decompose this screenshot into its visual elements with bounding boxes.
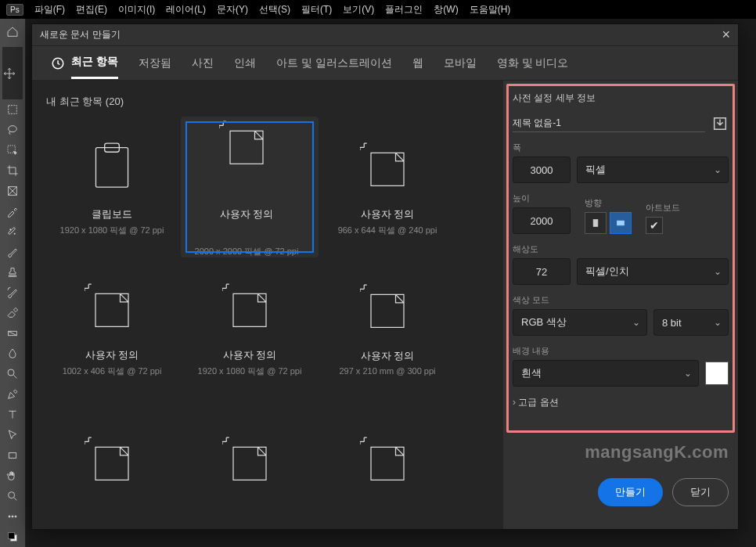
artboard-label: 아트보드 bbox=[646, 202, 680, 214]
lasso-tool[interactable] bbox=[2, 120, 23, 140]
menu-layer[interactable]: 레이어(L) bbox=[166, 3, 206, 16]
dodge-tool[interactable] bbox=[2, 364, 23, 384]
dialog-title: 새로운 문서 만들기 bbox=[40, 28, 121, 41]
preset-card[interactable]: 사용자 정의297 x 210 mm @ 300 ppi bbox=[319, 257, 456, 398]
preset-name: 사용자 정의 bbox=[361, 207, 415, 221]
orientation-landscape[interactable] bbox=[610, 212, 632, 234]
brush-tool[interactable] bbox=[2, 242, 23, 262]
preset-meta: 1002 x 406 픽셀 @ 72 ppi bbox=[63, 365, 162, 377]
preset-meta: 1920 x 1080 픽셀 @ 72 ppi bbox=[198, 365, 302, 377]
svg-point-13 bbox=[15, 516, 16, 517]
menu-window[interactable]: 창(W) bbox=[434, 3, 458, 16]
svg-point-1 bbox=[9, 126, 17, 132]
hand-tool[interactable] bbox=[2, 466, 23, 486]
background-swatch[interactable] bbox=[705, 362, 729, 385]
preset-card[interactable]: 사용자 정의1920 x 1080 픽셀 @ 72 ppi bbox=[181, 257, 319, 398]
menu-view[interactable]: 보기(V) bbox=[343, 3, 374, 16]
artboard-checkbox[interactable]: ✔ bbox=[646, 217, 663, 234]
menu-filter[interactable]: 필터(T) bbox=[301, 3, 332, 16]
gradient-tool[interactable] bbox=[2, 323, 23, 344]
background-label: 배경 내용 bbox=[513, 345, 729, 357]
orientation-label: 방향 bbox=[585, 197, 632, 209]
preset-card[interactable]: 사용자 정의2000 x 2000 픽셀 @ 72 ppi bbox=[181, 117, 319, 257]
chevron-down-icon: ⌄ bbox=[714, 164, 722, 175]
document-icon bbox=[219, 117, 274, 171]
menu-edit[interactable]: 편집(E) bbox=[76, 3, 107, 16]
eyedropper-tool[interactable] bbox=[2, 201, 23, 221]
app-logo: Ps bbox=[6, 4, 23, 16]
document-icon bbox=[360, 139, 415, 193]
menu-plugin[interactable]: 플러그인 bbox=[385, 3, 423, 16]
shape-tool[interactable] bbox=[2, 445, 23, 466]
height-label: 높이 bbox=[513, 193, 571, 204]
pen-tool[interactable] bbox=[2, 384, 23, 405]
color-mode-select[interactable]: RGB 색상⌄ bbox=[513, 309, 647, 336]
preset-card[interactable] bbox=[43, 398, 181, 529]
close-button[interactable]: 닫기 bbox=[672, 478, 729, 506]
background-select[interactable]: 흰색⌄ bbox=[513, 360, 699, 387]
eraser-tool[interactable] bbox=[2, 303, 23, 323]
create-button[interactable]: 만들기 bbox=[598, 478, 663, 506]
chevron-down-icon: ⌄ bbox=[714, 266, 722, 277]
more-tool[interactable] bbox=[2, 506, 23, 527]
menu-image[interactable]: 이미지(I) bbox=[118, 3, 155, 16]
menu-file[interactable]: 파일(F) bbox=[34, 3, 65, 16]
save-preset-icon[interactable] bbox=[711, 115, 729, 132]
crop-tool[interactable] bbox=[2, 160, 23, 181]
home-icon[interactable] bbox=[2, 22, 23, 42]
svg-rect-21 bbox=[95, 293, 128, 326]
heal-tool[interactable] bbox=[2, 221, 23, 242]
marquee-tool[interactable] bbox=[2, 99, 23, 120]
tool-column bbox=[0, 19, 26, 547]
svg-rect-29 bbox=[617, 221, 624, 225]
document-name-field[interactable] bbox=[513, 114, 705, 132]
tab-print[interactable]: 인쇄 bbox=[234, 49, 256, 78]
preset-meta: 2000 x 2000 픽셀 @ 72 ppi bbox=[195, 246, 299, 257]
type-tool[interactable] bbox=[2, 405, 23, 425]
svg-rect-26 bbox=[371, 447, 404, 480]
svg-rect-17 bbox=[95, 147, 128, 186]
svg-point-12 bbox=[12, 516, 13, 517]
frame-tool[interactable] bbox=[2, 181, 23, 201]
svg-rect-28 bbox=[593, 219, 598, 226]
svg-point-10 bbox=[9, 492, 15, 498]
tab-recent[interactable]: 최근 항목 bbox=[71, 47, 118, 79]
details-heading: 사전 설정 세부 정보 bbox=[513, 92, 729, 105]
width-unit-select[interactable]: 픽셀⌄ bbox=[577, 157, 729, 183]
menu-type[interactable]: 문자(Y) bbox=[217, 3, 248, 16]
preset-card[interactable]: 사용자 정의966 x 644 픽셀 @ 240 ppi bbox=[319, 117, 456, 257]
path-select-tool[interactable] bbox=[2, 425, 23, 445]
preset-card[interactable]: 클립보드1920 x 1080 픽셀 @ 72 ppi bbox=[43, 117, 181, 257]
resolution-unit-select[interactable]: 픽셀/인치⌄ bbox=[577, 258, 729, 285]
preset-card[interactable] bbox=[319, 398, 456, 529]
tab-mobile[interactable]: 모바일 bbox=[444, 49, 477, 78]
document-icon bbox=[85, 433, 139, 488]
height-field[interactable] bbox=[513, 207, 571, 234]
object-select-tool[interactable] bbox=[2, 140, 23, 160]
tab-web[interactable]: 웹 bbox=[412, 49, 423, 78]
history-brush-tool[interactable] bbox=[2, 282, 23, 303]
document-icon bbox=[360, 280, 415, 335]
tab-film[interactable]: 영화 및 비디오 bbox=[497, 49, 569, 78]
bit-depth-select[interactable]: 8 bit⌄ bbox=[653, 309, 729, 336]
blur-tool[interactable] bbox=[2, 344, 23, 364]
tab-saved[interactable]: 저장됨 bbox=[139, 49, 171, 78]
advanced-options-toggle[interactable]: 고급 옵션 bbox=[513, 396, 729, 409]
width-field[interactable] bbox=[513, 157, 571, 183]
app-menubar: Ps 파일(F) 편집(E) 이미지(I) 레이어(L) 문자(Y) 선택(S)… bbox=[0, 0, 756, 19]
stamp-tool[interactable] bbox=[2, 262, 23, 282]
resolution-field[interactable] bbox=[513, 258, 571, 285]
preset-card[interactable]: 사용자 정의1002 x 406 픽셀 @ 72 ppi bbox=[43, 257, 181, 398]
color-swatch[interactable] bbox=[2, 527, 23, 547]
menu-select[interactable]: 선택(S) bbox=[259, 3, 290, 16]
preset-card[interactable] bbox=[181, 398, 319, 529]
tab-photo[interactable]: 사진 bbox=[192, 49, 214, 78]
zoom-tool[interactable] bbox=[2, 486, 23, 506]
svg-rect-24 bbox=[95, 447, 128, 480]
move-tool[interactable] bbox=[2, 47, 23, 99]
tab-art[interactable]: 아트 및 일러스트레이션 bbox=[276, 49, 392, 78]
menu-help[interactable]: 도움말(H) bbox=[470, 3, 511, 16]
orientation-portrait[interactable] bbox=[585, 212, 607, 234]
clipboard-icon bbox=[85, 139, 139, 193]
close-icon[interactable]: × bbox=[722, 27, 730, 43]
